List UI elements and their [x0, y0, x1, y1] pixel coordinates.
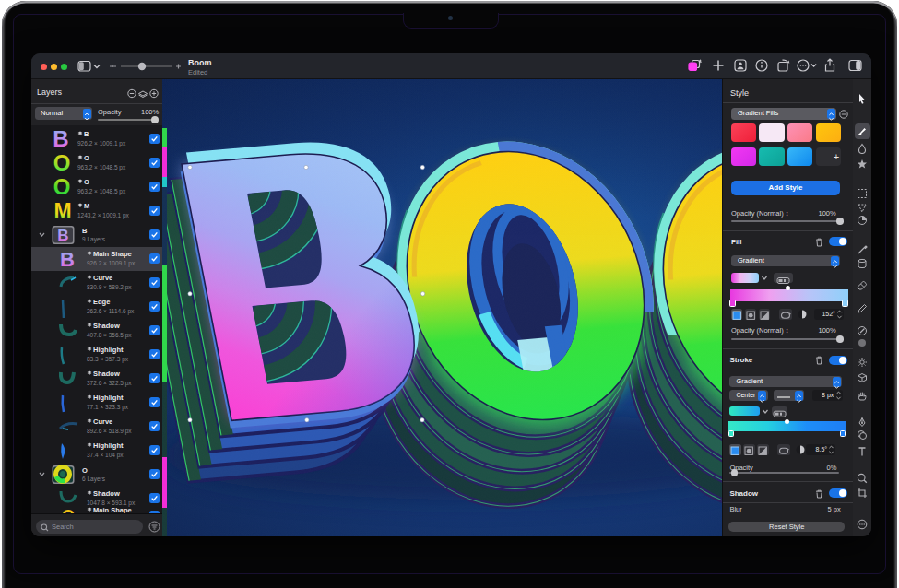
- svg-text:O: O: [53, 152, 71, 174]
- svg-text:B: B: [60, 249, 75, 269]
- svg-text:O: O: [53, 176, 71, 198]
- svg-text:M: M: [53, 200, 71, 222]
- svg-text:B: B: [53, 128, 68, 150]
- svg-text:B: B: [57, 227, 68, 244]
